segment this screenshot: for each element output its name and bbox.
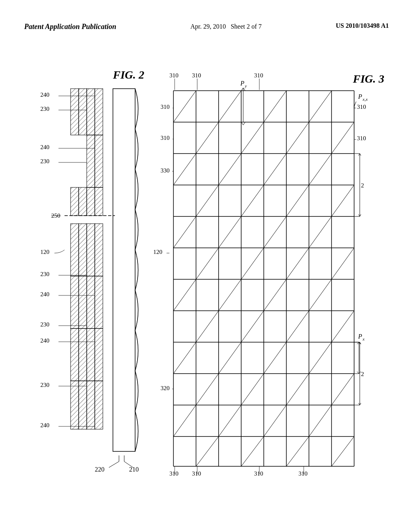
svg-line-107	[241, 436, 264, 466]
label-210: 210	[129, 466, 139, 473]
svg-rect-11	[95, 187, 103, 216]
label-py: P	[240, 80, 244, 87]
svg-rect-27	[95, 328, 103, 381]
patent-number: US 2010/103498 A1	[336, 22, 389, 29]
svg-rect-29	[79, 328, 87, 381]
svg-rect-23	[79, 276, 87, 328]
label-230a: 230	[40, 106, 50, 112]
svg-line-1	[109, 461, 119, 468]
svg-line-111	[241, 88, 243, 91]
main-diagram: FIG. 2 220 210 240 230	[16, 56, 399, 512]
svg-line-85	[332, 248, 354, 279]
label-310-tr: 310	[254, 72, 263, 79]
svg-line-101	[332, 374, 354, 405]
svg-line-80	[264, 216, 286, 248]
svg-line-112	[243, 88, 245, 91]
page: Patent Application Publication Apr. 29, …	[0, 0, 413, 532]
svg-line-88	[264, 279, 286, 311]
label-310-b3: 310	[254, 470, 263, 477]
svg-line-83	[241, 248, 264, 279]
label-310-b2: 310	[192, 470, 201, 477]
layer-240-2	[79, 89, 87, 135]
svg-line-87	[219, 279, 241, 311]
svg-rect-6	[95, 135, 103, 187]
svg-line-81	[309, 216, 332, 248]
substrate-right-edge	[135, 89, 138, 451]
svg-line-64	[264, 91, 286, 122]
svg-rect-22	[87, 276, 95, 328]
svg-rect-12	[87, 187, 95, 216]
layer-230-top	[87, 89, 95, 135]
label-310-l2: 310	[161, 135, 170, 141]
label-240a: 240	[40, 91, 50, 98]
svg-line-106	[196, 436, 219, 466]
svg-line-102	[173, 405, 196, 436]
label-310-tl: 310	[169, 72, 179, 79]
svg-line-68	[286, 122, 309, 154]
svg-line-108	[286, 436, 309, 466]
svg-line-67	[241, 122, 264, 154]
grid-fig3	[173, 91, 354, 466]
label-pxx-sub: x,x	[362, 97, 368, 102]
label-310-tcl: 310	[192, 72, 201, 79]
label-2-bot: 2	[361, 371, 364, 377]
svg-rect-15	[95, 224, 103, 276]
svg-line-66	[196, 122, 219, 154]
svg-line-100	[286, 374, 309, 405]
svg-line-86	[173, 279, 196, 311]
svg-line-89	[309, 279, 332, 311]
label-310-r1: 310	[357, 104, 366, 110]
fig3-title: FIG. 3	[353, 73, 384, 85]
label-310-b4: 310	[298, 470, 308, 477]
svg-rect-32	[95, 381, 103, 429]
svg-rect-28	[87, 328, 95, 381]
svg-rect-14	[71, 187, 79, 216]
svg-line-109	[332, 436, 354, 466]
label-px-sub: x	[362, 337, 365, 341]
label-220: 220	[95, 466, 104, 473]
svg-line-97	[309, 342, 332, 374]
svg-line-92	[286, 311, 309, 342]
svg-line-95	[219, 342, 241, 374]
svg-line-103	[219, 405, 241, 436]
svg-line-82	[196, 248, 219, 279]
header: Patent Application Publication Apr. 29, …	[24, 22, 389, 31]
svg-line-77	[332, 185, 354, 216]
svg-line-90	[196, 311, 219, 342]
svg-rect-35	[71, 381, 79, 429]
svg-rect-34	[79, 381, 87, 429]
svg-rect-13	[79, 187, 87, 216]
label-240b: 240	[40, 144, 50, 150]
label-120-fig2: 120	[40, 249, 50, 255]
svg-rect-16	[87, 224, 95, 276]
svg-line-62	[173, 91, 196, 122]
svg-line-76	[286, 185, 309, 216]
svg-line-84	[286, 248, 309, 279]
label-240e: 240	[40, 422, 50, 428]
svg-line-70	[173, 154, 196, 185]
svg-rect-33	[87, 381, 95, 429]
label-230b: 230	[40, 158, 50, 164]
layer-230-2	[71, 89, 79, 135]
label-310-b1: 310	[169, 470, 179, 477]
fig2-title: FIG. 2	[113, 69, 144, 81]
label-330: 330	[161, 167, 170, 174]
label-230e: 230	[40, 382, 50, 388]
svg-line-65	[309, 91, 332, 122]
date-sheet: Apr. 29, 2010 Sheet 2 of 7	[190, 22, 262, 31]
label-pxx: P	[358, 93, 362, 100]
label-230c: 230	[40, 271, 50, 277]
label-240c: 240	[40, 291, 50, 297]
substrate-210	[113, 89, 135, 451]
svg-line-79	[219, 216, 241, 248]
svg-line-104	[264, 405, 286, 436]
svg-line-96	[264, 342, 286, 374]
label-310-r2: 310	[357, 135, 366, 141]
svg-line-75	[241, 185, 264, 216]
label-240d: 240	[40, 337, 50, 344]
svg-line-94	[173, 342, 196, 374]
svg-line-99	[241, 374, 264, 405]
svg-line-72	[264, 154, 286, 185]
svg-rect-21	[95, 276, 103, 328]
svg-line-71	[219, 154, 241, 185]
